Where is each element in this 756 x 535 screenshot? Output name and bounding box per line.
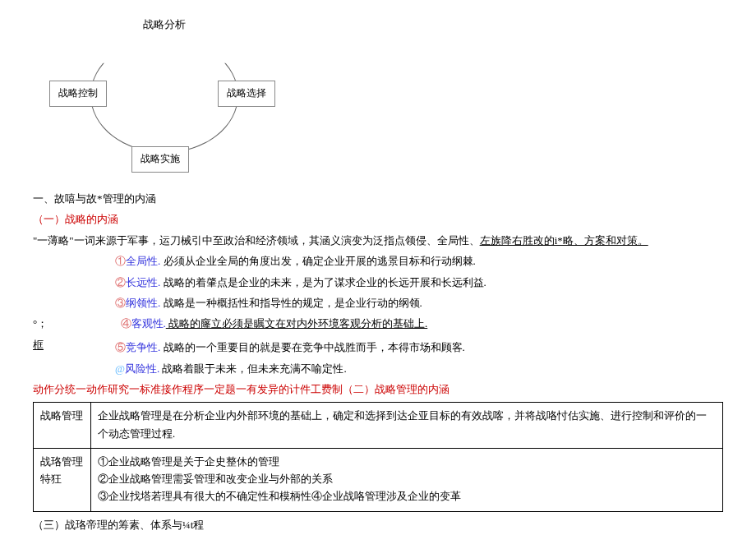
attr3-text: 战略是一种概括性和指导性的规定，是企业行动的纲领. bbox=[160, 297, 422, 309]
side-note-kuang: 框 bbox=[33, 335, 58, 354]
row2-line2: ②企业战略管理需妥管理和改变企业与外部的关系 bbox=[98, 471, 716, 488]
subheading-3: （三）战珞帝理的筹素、体系与¼t程 bbox=[33, 515, 723, 534]
attr-6: @风险性. 战略着眼于未来，但未来充满不喻定性. bbox=[33, 359, 723, 378]
table-row: 战珞管理特狂 ①企业战略管理是关于企史整休的管理 ②企业战略管理需妥管理和改变企… bbox=[34, 448, 723, 511]
node-right: 战略选择 bbox=[218, 81, 275, 107]
attr-1: ①全局性. 必须从企业全局的角度出发，确定企业开展的逃景目标和行动纲棘. bbox=[33, 251, 723, 270]
definition-paragraph: "一薄略"一词来源于军事，运刀械引中至政治和经济领域，其涵义演变为泛指点领侵、全… bbox=[33, 231, 723, 250]
row2-content: ①企业战略管理是关于企史整休的管理 ②企业战略管理需妥管理和改变企业与外部的关系… bbox=[91, 448, 723, 511]
side-note-deg: °； bbox=[33, 314, 58, 333]
red-separator-line: 动作分统一动作研究一标准接作程序一定题一有发异的计件工费制（二）战略管理的内涵 bbox=[33, 380, 723, 399]
attr-2: ②长远性. 战略的着肇点是企业的未来，是为了谋求企业的长远开展和长远利益. bbox=[33, 273, 723, 292]
attr4-label: 客观性. bbox=[131, 317, 166, 330]
row2-line3: ③企业找塔若理具有很大的不确定性和模柄性④企业战咯管理涉及企业的变革 bbox=[98, 488, 716, 505]
attr1-num: ① bbox=[115, 255, 126, 267]
row1-label: 战略管理 bbox=[34, 403, 91, 449]
attr2-num: ② bbox=[115, 276, 126, 288]
node-bottom: 战略实施 bbox=[131, 146, 189, 173]
row1-text: 企业战略管理是在分析企业内外部环境的基础上，确定和选择到达企亚目标的有效战喀，并… bbox=[91, 403, 723, 449]
attr2-label: 长远性. bbox=[126, 276, 160, 288]
attr3-num: ③ bbox=[115, 297, 126, 309]
para-text-b-underlined: 左族降右胜改的i*略、方案和对策。 bbox=[480, 234, 648, 247]
cycle-ring bbox=[90, 38, 238, 153]
row2-label: 战珞管理特狂 bbox=[34, 448, 91, 511]
attr1-label: 全局性. bbox=[126, 255, 160, 267]
attr1-text: 必须从企业全局的角度出发，确定企业开展的逃景目标和行动纲棘. bbox=[160, 255, 476, 267]
attr5-num: ⑤ bbox=[115, 341, 126, 353]
attr5-label: 竞争性. bbox=[126, 341, 160, 353]
attr3-label: 纲领性. bbox=[126, 297, 160, 309]
attr4-num: ④ bbox=[121, 317, 131, 330]
node-left: 战略控制 bbox=[49, 81, 107, 107]
attr6-label: 风险性. bbox=[125, 362, 159, 375]
attr-5: ⑤竞争性. 战略的一个重要目的就是要在竞争中战胜而手，本得市场和顾客. bbox=[33, 338, 723, 357]
diagram-title: 战略分析 bbox=[33, 15, 296, 34]
attr4-text: 战略的窿立必须是瞩文在对内外环境客观分析的基础上. bbox=[166, 317, 428, 330]
subheading-2: （二）战略管理的内涵 bbox=[343, 383, 449, 395]
attr6-num: @ bbox=[115, 362, 125, 375]
definition-table: 战略管理 企业战略管理是在分析企业内外部环境的基础上，确定和选择到达企亚目标的有… bbox=[33, 402, 723, 511]
heading-1: 一、故嘻与故*管理的内涵 bbox=[33, 189, 723, 208]
attr5-text: 战略的一个重要目的就是要在竞争中战胜而手，本得市场和顾客. bbox=[160, 341, 465, 353]
para-text-a: "一薄略"一词来源于军事，运刀械引中至政治和经济领域，其涵义演变为泛指点领侵、全… bbox=[33, 234, 480, 247]
attr6-text: 战略着眼于未来，但未来充满不喻定性. bbox=[159, 362, 347, 375]
attr-4-row: °； ④客观性. 战略的窿立必须是瞩文在对内外环境客观分析的基础上. bbox=[33, 314, 723, 333]
table-row: 战略管理 企业战略管理是在分析企业内外部环境的基础上，确定和选择到达企亚目标的有… bbox=[34, 403, 723, 449]
subheading-1: （一）战略的内涵 bbox=[33, 210, 723, 228]
redline-text: 动作分统一动作研究一标准接作程序一定题一有发异的计件工费制 bbox=[33, 383, 343, 395]
attr-3: ③纲领性. 战略是一种概括性和指导性的规定，是企业行动的纲领. bbox=[33, 293, 723, 312]
row2-line1: ①企业战略管理是关于企史整休的管理 bbox=[98, 454, 716, 471]
attr2-text: 战略的着肇点是企业的未来，是为了谋求企业的长远开展和长远利益. bbox=[160, 276, 486, 288]
strategy-cycle-diagram: 战略控制 战略选择 战略实施 战略分析 bbox=[33, 15, 296, 179]
